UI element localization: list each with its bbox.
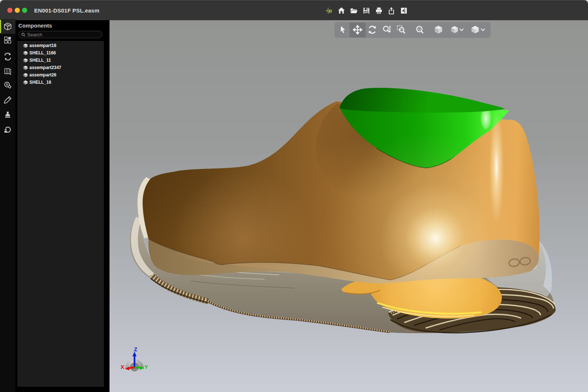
tree-item-shell-1166[interactable]: SHELL_1166 <box>23 50 56 56</box>
edrawings-window: EN001-DS01F PSL.easm e <box>0 0 588 392</box>
y-axis-label: Y <box>144 364 148 370</box>
axis-triad: X Y Z <box>121 346 148 371</box>
heel-specular <box>380 183 491 293</box>
window-title: EN001-DS01F PSL.easm <box>34 7 99 14</box>
rotate-tool-button[interactable] <box>366 24 379 36</box>
close-button[interactable] <box>7 8 12 13</box>
shoe-model: X Y Z <box>110 20 588 392</box>
home-icon[interactable] <box>337 7 345 15</box>
tree-item-shell-16[interactable]: SHELL_16 <box>23 79 51 86</box>
collar-green-top <box>340 88 505 113</box>
search-input[interactable]: Search <box>18 31 102 38</box>
part-icon <box>23 80 28 85</box>
components-panel: Components Search assempart16 SHELL_1166… <box>15 20 110 392</box>
pan-tool-button[interactable] <box>351 24 364 36</box>
sidebar-stamp-icon[interactable] <box>0 107 15 122</box>
viewport-3d[interactable]: X Y Z <box>110 20 588 392</box>
sidebar-views-icon[interactable] <box>0 33 15 47</box>
sidebar-markup-icon[interactable] <box>0 93 15 107</box>
display-style-button[interactable] <box>469 24 481 36</box>
tree-item-assempart26[interactable]: assempart26 <box>23 72 56 78</box>
tree-item-assempart16[interactable]: assempart16 <box>23 42 56 49</box>
zoom-window-tool-button[interactable] <box>395 24 408 36</box>
svg-text:e: e <box>329 7 332 14</box>
part-icon <box>23 51 28 55</box>
display-style-chevron[interactable] <box>480 24 486 36</box>
search-placeholder: Search <box>27 32 42 37</box>
open-file-icon[interactable] <box>350 7 358 15</box>
titlebar: EN001-DS01F PSL.easm e <box>0 0 588 20</box>
part-icon <box>23 43 28 48</box>
z-axis-label: Z <box>134 346 137 352</box>
toggle-panel-icon[interactable] <box>400 7 408 15</box>
share-icon[interactable] <box>387 7 395 15</box>
edrawings-logo-icon: e <box>325 7 333 15</box>
components-tree: assempart16 SHELL_1166 SHELL_11 assempar… <box>18 41 104 386</box>
x-axis-label: X <box>121 364 124 370</box>
part-icon <box>23 65 28 70</box>
sidebar-measure-icon[interactable] <box>0 78 15 93</box>
components-panel-title: Components <box>18 22 52 29</box>
y-axis <box>135 367 140 368</box>
sidebar-icon-strip <box>0 20 15 392</box>
zoom-tool-button[interactable] <box>381 24 393 36</box>
select-tool-button[interactable] <box>337 24 349 36</box>
save-icon[interactable] <box>362 7 370 15</box>
part-icon <box>23 58 28 63</box>
search-icon <box>21 33 25 37</box>
x-axis <box>129 367 135 368</box>
view-orientation-chevron[interactable] <box>459 24 465 36</box>
viewport-toolbar <box>334 22 491 38</box>
sidebar-documents-icon[interactable] <box>0 64 15 79</box>
sidebar-update-icon[interactable] <box>0 49 15 64</box>
zoom-fit-tool-button[interactable] <box>413 24 426 36</box>
sidebar-components-icon[interactable] <box>0 19 15 34</box>
print-icon[interactable] <box>375 7 383 15</box>
tree-item-shell-11[interactable]: SHELL_11 <box>23 57 51 64</box>
tree-item-assempart2347[interactable]: assempart2347 <box>23 64 61 71</box>
minimize-button[interactable] <box>15 8 20 13</box>
sidebar-reset-icon[interactable] <box>0 122 15 137</box>
zoom-button[interactable] <box>22 8 27 13</box>
part-icon <box>23 73 28 78</box>
shaded-view-button[interactable] <box>432 24 445 36</box>
